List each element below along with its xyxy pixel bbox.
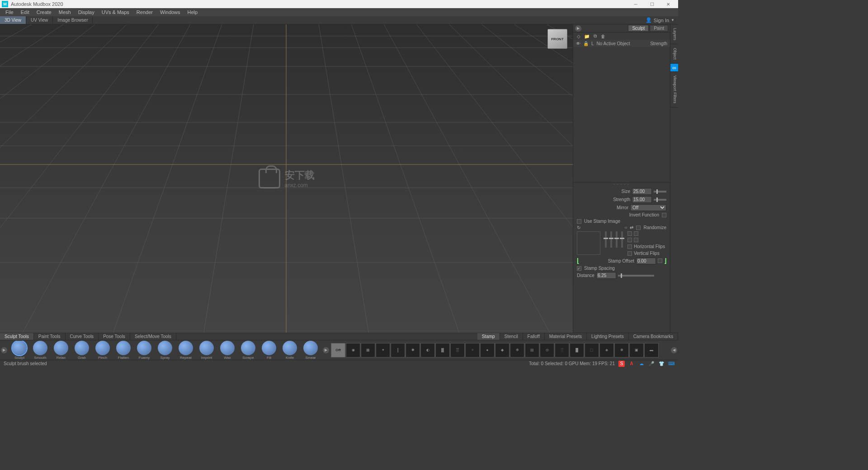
folder-icon[interactable]: 📁 [584, 33, 590, 39]
strength-slider[interactable] [654, 199, 666, 201]
menu-mesh[interactable]: Mesh [55, 8, 75, 16]
stamp-thumb-0[interactable]: ◉ [346, 343, 360, 357]
stampoffset-lock[interactable] [658, 258, 662, 263]
sogou-icon[interactable]: S [618, 361, 625, 367]
cat-sculpt-tools[interactable]: Sculpt Tools [0, 333, 34, 340]
minimize-button[interactable]: ─ [627, 0, 644, 8]
cat-pose-tools[interactable]: Pose Tools [99, 333, 130, 340]
stamp-thumb-11[interactable]: ✻ [510, 343, 524, 357]
stamp-thumb-3[interactable]: ║ [391, 343, 405, 357]
maximize-button[interactable]: ☐ [644, 0, 660, 8]
stamp-preview[interactable] [577, 231, 600, 255]
stamp-thumb-18[interactable]: ❋ [614, 343, 629, 357]
tool-knife[interactable]: Knife [280, 341, 299, 360]
tool-foamy[interactable]: Foamy [135, 341, 154, 360]
signin-button[interactable]: 👤 Sign In ▼ [642, 17, 678, 23]
stamp-thumb-10[interactable]: ◆ [495, 343, 509, 357]
stamp-thumb-20[interactable]: ▬ [644, 343, 659, 357]
stamp-thumb-15[interactable]: █ [570, 343, 584, 357]
usestamp-checkbox[interactable] [577, 219, 581, 224]
tool-sculpt[interactable]: Sculpt [10, 341, 29, 360]
cloud-icon[interactable]: ☁ [638, 361, 645, 367]
tool-pinch[interactable]: Pinch [93, 341, 112, 360]
tool-smooth[interactable]: Smooth [31, 341, 50, 360]
distance-slider[interactable] [618, 275, 654, 277]
tool-fill[interactable]: Fill [259, 341, 278, 360]
vtab-link-icon[interactable]: ∞ [670, 64, 678, 72]
cat-camera[interactable]: Camera Bookmarks [629, 333, 678, 340]
viewcube[interactable]: FRONT [547, 29, 567, 49]
vslider-2[interactable] [610, 231, 612, 248]
stamp-thumb-17[interactable]: ◈ [599, 343, 614, 357]
tool-imprint[interactable]: Imprint [197, 341, 216, 360]
square-cb-2[interactable] [634, 231, 638, 236]
menu-display[interactable]: Display [75, 8, 98, 16]
stamp-thumb-12[interactable]: ▤ [525, 343, 539, 357]
reset-icon[interactable]: ○ [624, 225, 627, 230]
stamp-thumb-13[interactable]: ◎ [540, 343, 554, 357]
tab-image-browser[interactable]: Image Browser [53, 16, 93, 24]
cat-stencil[interactable]: Stencil [500, 333, 523, 340]
delete-icon[interactable]: 🗑 [600, 33, 606, 39]
tool-grab[interactable]: Grab [72, 341, 91, 360]
size-input[interactable] [632, 188, 652, 195]
vslider-3[interactable] [616, 231, 618, 248]
rotate-icon[interactable]: ↻ [577, 225, 580, 230]
randomize-checkbox[interactable] [636, 226, 641, 230]
strength-input[interactable] [632, 196, 652, 203]
tray-scroll-left[interactable]: ▶ [1, 347, 7, 353]
cat-falloff[interactable]: Falloff [523, 333, 545, 340]
stamp-thumb-9[interactable]: ● [480, 343, 495, 357]
tab-3d-view[interactable]: 3D View [0, 16, 26, 24]
distance-input[interactable] [596, 272, 616, 279]
tool-spray[interactable]: Spray [156, 341, 175, 360]
stamp-thumb-14[interactable]: ░ [555, 343, 569, 357]
flip-icon[interactable]: ⇄ [630, 225, 633, 230]
stamp-thumb-7[interactable]: ▒ [450, 343, 465, 357]
vtab-layers[interactable]: Layers [670, 24, 678, 44]
menu-file[interactable]: File [2, 8, 17, 16]
tool-relax[interactable]: Relax [52, 341, 71, 360]
menu-create[interactable]: Create [33, 8, 55, 16]
square-cb-4[interactable] [634, 238, 638, 242]
stamp-off[interactable]: Off [331, 343, 345, 357]
stamp-thumb-5[interactable]: ◐ [420, 343, 435, 357]
stamp-thumb-1[interactable]: ▦ [361, 343, 375, 357]
vtab-viewport-filters[interactable]: Viewport Filters [670, 72, 678, 108]
person-icon[interactable]: 👕 [658, 361, 665, 367]
mode-sculpt-tab[interactable]: Sculpt [628, 25, 649, 32]
tool-smear[interactable]: Smear [301, 341, 320, 360]
stamp-thumb-2[interactable]: ✦ [376, 343, 390, 357]
mode-paint-tab[interactable]: Paint [650, 25, 668, 32]
menu-help[interactable]: Help [184, 8, 202, 16]
tool-repeat[interactable]: Repeat [176, 341, 195, 360]
stampoffset-input[interactable] [636, 258, 656, 264]
square-cb-3[interactable] [627, 238, 632, 242]
duplicate-icon[interactable]: ⧉ [592, 33, 598, 39]
stamp-thumb-16[interactable]: ⬚ [585, 343, 599, 357]
a-icon[interactable]: A [628, 361, 635, 367]
stamps-scroll-left[interactable]: ▶ [323, 347, 329, 353]
cat-select-tools[interactable]: Select/Move Tools [130, 333, 176, 340]
stamp-thumb-8[interactable]: ✧ [465, 343, 480, 357]
vslider-1[interactable] [605, 231, 607, 248]
tool-flatten[interactable]: Flatten [114, 341, 133, 360]
mic-icon[interactable]: 🎤 [648, 361, 655, 367]
cat-curve-tools[interactable]: Curve Tools [66, 333, 99, 340]
cat-paint-tools[interactable]: Paint Tools [34, 333, 66, 340]
cat-lighting[interactable]: Lighting Presets [587, 333, 629, 340]
vslider-4[interactable] [621, 231, 623, 248]
viewport-3d[interactable]: FRONT 安下载 anxz.com [0, 24, 573, 333]
tab-uv-view[interactable]: UV View [26, 16, 53, 24]
tray-scroll-right[interactable]: ◀ [671, 347, 677, 353]
close-button[interactable]: ✕ [660, 0, 676, 8]
cat-stamp[interactable]: Stamp [477, 333, 500, 340]
panel-drag-handle[interactable]: • • • • • [573, 183, 670, 186]
menu-edit[interactable]: Edit [17, 8, 33, 16]
layers-list[interactable] [573, 47, 670, 183]
menu-render[interactable]: Render [133, 8, 156, 16]
square-cb-1[interactable] [627, 231, 632, 236]
stamp-thumb-19[interactable]: ▣ [629, 343, 644, 357]
tool-scrape[interactable]: Scrape [239, 341, 258, 360]
vtab-object[interactable]: Object [670, 44, 678, 64]
